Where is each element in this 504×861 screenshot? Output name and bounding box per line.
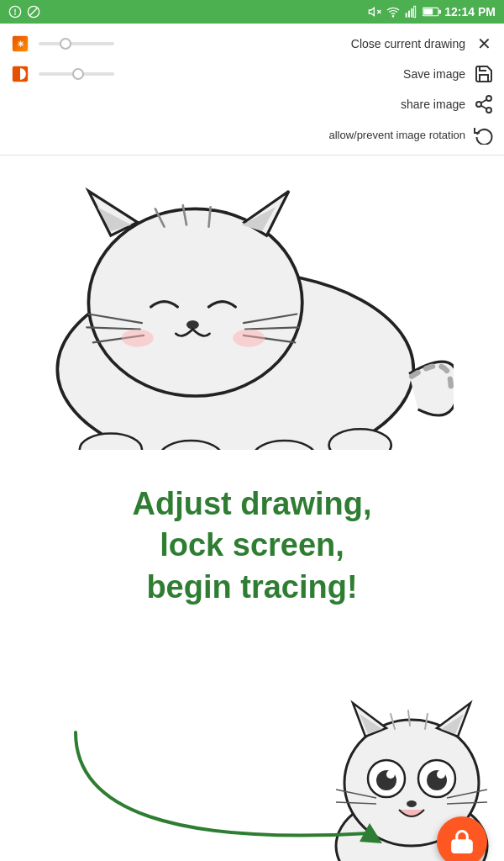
mute-icon (367, 5, 382, 18)
svg-rect-14 (423, 8, 433, 14)
row4-right: allow/prevent image rotation (328, 123, 496, 146)
circle-ban-icon (27, 5, 40, 18)
svg-point-45 (122, 330, 154, 347)
svg-point-70 (460, 844, 464, 848)
rotate-button[interactable] (472, 123, 496, 146)
svg-rect-10 (408, 11, 410, 18)
instruction-line2: lock screen, (34, 525, 470, 566)
svg-point-2 (14, 13, 16, 15)
svg-point-20 (486, 96, 491, 101)
svg-point-46 (233, 330, 265, 347)
svg-line-23 (481, 106, 487, 109)
status-bar: 12:14 PM (0, 0, 504, 24)
row2-left (8, 62, 114, 86)
close-button[interactable]: ✕ (472, 32, 496, 55)
share-image-label: share image (401, 98, 465, 111)
close-drawing-label: Close current drawing (351, 37, 465, 50)
svg-point-59 (437, 770, 445, 779)
contrast-thumb[interactable] (72, 68, 84, 80)
save-button[interactable] (472, 62, 496, 86)
svg-point-26 (88, 209, 302, 396)
row1-left: ☀ (8, 32, 114, 55)
save-icon (474, 64, 494, 84)
contrast-icon-btn[interactable] (8, 62, 32, 86)
lock-icon (449, 829, 475, 854)
rotate-icon (474, 124, 494, 145)
rotate-label: allow/prevent image rotation (328, 129, 465, 141)
row3-right: share image (401, 92, 496, 116)
status-left (8, 5, 40, 18)
brightness-icon: ☀ (11, 34, 29, 53)
svg-line-24 (481, 100, 487, 103)
top-row-2: Save image (8, 59, 496, 89)
svg-rect-9 (406, 13, 407, 17)
wifi-icon (386, 5, 401, 18)
top-row-4: allow/prevent image rotation (8, 119, 496, 150)
row1-right: Close current drawing ✕ (351, 32, 496, 55)
main-cat-svg: Cat (8, 164, 454, 450)
contrast-icon (11, 65, 29, 83)
share-icon (474, 94, 494, 114)
svg-point-34 (186, 320, 199, 330)
save-image-label: Save image (403, 67, 465, 81)
lock-button[interactable] (437, 816, 487, 861)
svg-marker-5 (370, 8, 375, 15)
svg-rect-15 (439, 10, 441, 14)
svg-text:☀: ☀ (17, 40, 24, 49)
instruction-line1: Adjust drawing, (34, 483, 470, 525)
arrow-svg (50, 716, 412, 861)
warning-icon (8, 5, 22, 18)
main-content: Cat Adjust drawing, lock screen, begin t… (0, 156, 504, 861)
contrast-slider[interactable] (39, 72, 114, 76)
top-row-1: ☀ Close current drawing ✕ (8, 29, 496, 59)
brightness-slider[interactable] (39, 42, 114, 45)
svg-point-21 (476, 102, 481, 107)
instruction-line3: begin tracing! (34, 567, 470, 608)
svg-rect-12 (414, 6, 416, 17)
share-button[interactable] (472, 92, 496, 116)
brightness-icon-btn[interactable]: ☀ (8, 32, 32, 55)
status-right: 12:14 PM (367, 5, 496, 18)
battery-icon (423, 6, 441, 18)
top-bar: ☀ Close current drawing ✕ (0, 24, 504, 156)
brightness-thumb[interactable] (60, 38, 71, 50)
time-display: 12:14 PM (444, 5, 496, 18)
cat-drawing-area: Cat (8, 164, 496, 467)
svg-line-4 (29, 8, 37, 15)
svg-rect-11 (412, 8, 413, 18)
row2-right: Save image (403, 62, 496, 86)
top-row-3: share image (8, 89, 496, 119)
svg-point-22 (486, 108, 491, 113)
instruction-text: Adjust drawing, lock screen, begin traci… (0, 483, 504, 608)
svg-point-8 (393, 16, 394, 17)
signal-icon (404, 5, 419, 18)
